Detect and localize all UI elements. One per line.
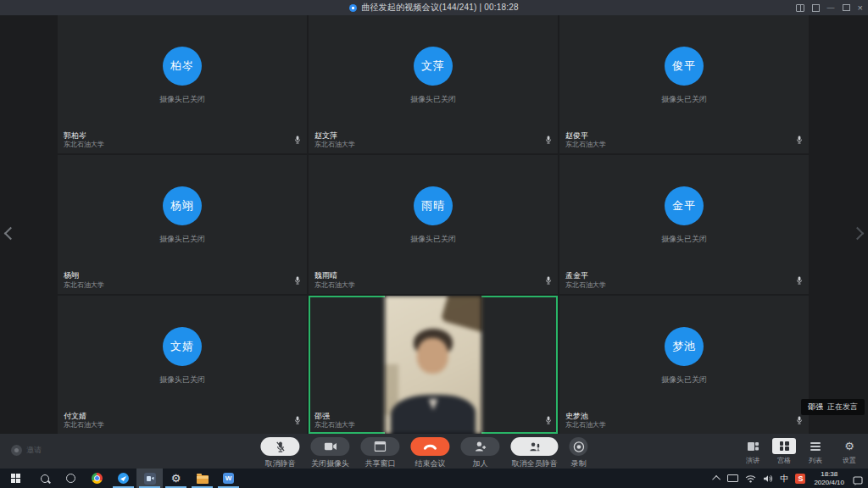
camera-off-label: 摄像头已关闭 — [410, 234, 456, 245]
record-icon — [569, 437, 587, 456]
maximize-button[interactable] — [843, 4, 850, 11]
taskbar-explorer-button[interactable] — [189, 469, 215, 488]
invite-widget[interactable]: 邀请 — [11, 445, 42, 456]
invite-label: 邀请 — [26, 445, 42, 456]
meeting-control-bar: 邀请 取消静音 关闭摄像头 共享窗口 结束会议 加人 取消全员静音 录制 ⚙ 设… — [0, 434, 868, 469]
tray-expand-chevron-icon[interactable] — [713, 475, 721, 484]
taskbar-messenger-button[interactable] — [110, 469, 136, 488]
participant-tile[interactable]: 金平 摄像头已关闭 孟金平 东北石油大学 — [559, 155, 809, 293]
participant-tile[interactable]: 柏岑 摄像头已关闭 郭柏岑 东北石油大学 — [58, 15, 307, 153]
unmute-all-icon — [510, 437, 558, 456]
speaking-toast-name: 邵强 — [808, 402, 823, 413]
participant-avatar: 雨晴 — [414, 186, 453, 225]
participant-grid: 柏岑 摄像头已关闭 郭柏岑 东北石油大学 文萍 摄像头已关闭 — [58, 15, 809, 434]
taskbar-wps-button[interactable]: W — [215, 469, 242, 488]
mic-icon — [545, 133, 552, 148]
participant-name: 郭柏岑 — [64, 131, 104, 141]
video-stage: 柏岑 摄像头已关闭 郭柏岑 东北石油大学 文萍 摄像头已关闭 — [0, 15, 868, 434]
participant-tile[interactable]: 文婧 摄像头已关闭 付文婧 东北石油大学 — [58, 296, 307, 434]
taskbar-search-button[interactable] — [31, 469, 58, 488]
participant-name: 赵文萍 — [314, 131, 355, 141]
participant-tile[interactable]: 邵强 摄像头已关闭 邵强 东北石油大学 — [309, 296, 558, 434]
taskbar-meeting-button[interactable] — [136, 469, 163, 488]
next-page-chevron-icon[interactable] — [851, 227, 865, 241]
participant-name: 史梦池 — [565, 412, 606, 421]
record-button[interactable]: 录制 — [569, 437, 587, 469]
gear-icon: ⚙ — [171, 472, 181, 485]
mic-icon — [294, 133, 301, 148]
close-button[interactable]: × — [858, 0, 863, 15]
participant-avatar: 文萍 — [414, 47, 453, 86]
share-window-button[interactable]: 共享窗口 — [360, 437, 399, 469]
participant-tile[interactable]: 雨晴 摄像头已关闭 魏雨晴 东北石油大学 — [309, 155, 558, 293]
meeting-app-icon — [349, 4, 357, 12]
taskbar-settings-button[interactable]: ⚙ — [163, 469, 189, 488]
minimize-button[interactable]: — — [827, 0, 835, 15]
add-person-button[interactable]: 加人 — [460, 437, 499, 469]
view-switcher: ⚙ 设置 演讲 宫格 列表 — [740, 438, 861, 465]
cortana-icon — [66, 474, 75, 483]
previous-page-chevron-icon[interactable] — [4, 227, 18, 241]
camera-off-label: 摄像头已关闭 — [661, 234, 707, 245]
mic-muted-icon — [260, 437, 299, 456]
taskbar-chrome-button[interactable] — [84, 469, 110, 488]
invite-icon — [11, 445, 22, 456]
hangup-icon — [410, 437, 449, 456]
device-icon[interactable] — [727, 474, 738, 482]
person-silhouette — [385, 296, 481, 434]
participant-name: 魏雨晴 — [314, 271, 355, 280]
participant-org: 东北石油大学 — [565, 421, 606, 430]
action-center-icon[interactable] — [853, 474, 863, 483]
ime-indicator[interactable]: 中 — [780, 473, 788, 485]
fullscreen-icon[interactable] — [812, 4, 820, 12]
participant-org: 东北石油大学 — [565, 141, 606, 149]
speaking-toast-status: 正在发言 — [827, 402, 858, 413]
participant-org: 东北石油大学 — [314, 281, 355, 290]
participant-avatar: 金平 — [665, 186, 704, 225]
add-person-icon — [460, 437, 499, 456]
unmute-button[interactable]: 取消静音 — [260, 437, 299, 469]
unmute-all-button[interactable]: 取消全员静音 — [510, 437, 558, 469]
camera-off-label: 摄像头已关闭 — [661, 94, 707, 105]
wifi-icon[interactable] — [745, 471, 756, 486]
mic-icon — [294, 413, 301, 429]
volume-icon[interactable] — [763, 471, 773, 486]
folder-icon — [197, 475, 209, 484]
layout-switch-icon[interactable] — [796, 4, 804, 12]
settings-button[interactable]: ⚙ 设置 — [837, 438, 861, 465]
participant-name: 付文婧 — [64, 412, 104, 421]
mic-icon — [294, 274, 301, 289]
speaker-view-icon — [748, 442, 759, 451]
mic-icon — [796, 133, 803, 148]
end-meeting-button[interactable]: 结束会议 — [410, 437, 449, 469]
camera-off-button[interactable]: 关闭摄像头 — [310, 437, 349, 469]
participant-tile[interactable]: 俊平 摄像头已关闭 赵俊平 东北石油大学 — [559, 15, 809, 153]
time-text: 18:38 — [821, 470, 837, 478]
camera-off-label: 摄像头已关闭 — [159, 94, 205, 105]
camera-icon — [310, 437, 349, 456]
list-view-icon — [810, 442, 821, 451]
sogou-ime-icon[interactable]: S — [795, 474, 805, 484]
participant-org: 东北石油大学 — [64, 141, 104, 149]
gear-icon: ⚙ — [844, 438, 854, 454]
taskbar-cortana-button[interactable] — [58, 469, 84, 488]
participant-tile[interactable]: 文萍 摄像头已关闭 赵文萍 东北石油大学 — [309, 15, 558, 153]
participant-tile[interactable]: 梦池 摄像头已关闭 史梦池 东北石油大学 — [559, 296, 809, 434]
windows-taskbar: ⚙ W 中 S 18:38 2020/4/10 — [0, 469, 868, 488]
share-screen-icon — [360, 437, 399, 456]
camera-off-label: 摄像头已关闭 — [410, 94, 456, 105]
participant-org: 东北石油大学 — [64, 421, 104, 430]
participant-org: 东北石油大学 — [565, 281, 606, 290]
participant-avatar: 俊平 — [665, 47, 704, 86]
start-button[interactable] — [0, 469, 31, 488]
view-button-speaker[interactable]: 演讲 — [740, 438, 765, 465]
camera-off-label: 摄像头已关闭 — [159, 234, 205, 245]
participant-name: 赵俊平 — [565, 131, 606, 141]
participant-avatar: 杨翊 — [163, 186, 202, 225]
view-button-grid[interactable]: 宫格 — [771, 438, 797, 465]
view-button-list[interactable]: 列表 — [803, 438, 828, 465]
taskbar-clock[interactable]: 18:38 2020/4/10 — [812, 470, 846, 486]
camera-off-label: 摄像头已关闭 — [159, 374, 205, 385]
meeting-title: 曲径发起的视频会议(144/241) | 00:18:28 — [361, 2, 519, 14]
participant-tile[interactable]: 杨翊 摄像头已关闭 杨翊 东北石油大学 — [58, 155, 307, 293]
